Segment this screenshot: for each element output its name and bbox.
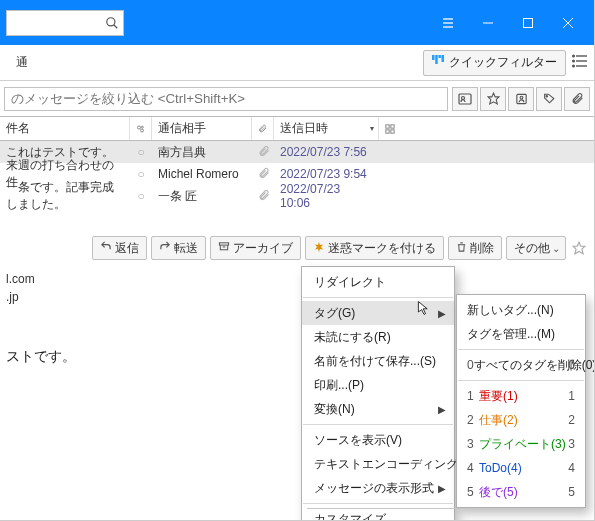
reply-button[interactable]: 返信 [92,236,147,260]
tag-menu-item[interactable]: 2仕事(2)2 [457,408,585,432]
cell-attachment [252,145,274,160]
delete-button[interactable]: 削除 [448,236,502,260]
filter-icons [452,87,590,111]
junk-button[interactable]: 迷惑マークを付ける [305,236,444,260]
tab-toolbar: 通 クイックフィルター [0,45,594,81]
svg-rect-19 [459,94,471,104]
minimize-button[interactable] [468,3,508,43]
search-input[interactable] [11,15,105,31]
svg-rect-28 [386,124,389,127]
trash-icon [456,241,467,256]
tag-menu-item[interactable]: 1重要(1)1 [457,384,585,408]
filter-star-button[interactable] [480,87,506,111]
menu-item-label: 後で(5) [479,484,518,501]
menu-item-label: タグ(G) [314,305,355,322]
forward-icon [159,241,171,255]
filter-addrbook-button[interactable] [508,87,534,111]
cell-from: 一条 匠 [152,188,252,205]
tag-menu-item[interactable]: 4ToDo(4)4 [457,456,585,480]
shortcut-key: 2 [568,413,575,427]
submenu-arrow-icon: ▶ [438,404,446,415]
other-button[interactable]: その他 ⌄ [506,236,566,260]
col-date[interactable]: 送信日時 [274,117,379,140]
tag-num: 5 [467,485,479,499]
cell-date: 2022/07/23 7:56 [274,145,379,159]
menu-item-label: メッセージの表示形式 [314,480,434,497]
tag-menu-item[interactable]: 新しいタグ...(N) [457,298,585,322]
tag-menu-item[interactable]: 5後で(5)5 [457,480,585,504]
menu-item[interactable]: メッセージの表示形式▶ [302,476,454,500]
menu-separator [458,349,584,350]
column-headers: 件名 通信相手 送信日時 [0,117,594,141]
svg-point-26 [141,129,144,132]
menu-item[interactable]: リダイレクト [302,270,454,294]
menu-item-label: 重要(1) [479,388,518,405]
message-preview: l.com .jp ストです。 [0,268,200,366]
search-icon [105,16,119,30]
shortcut-key: 0 [568,358,575,372]
menu-item-label: タグを管理...(M) [467,326,555,343]
shortcut-key: 1 [568,389,575,403]
other-label: その他 [514,240,550,257]
menu-separator [303,424,453,425]
col-from[interactable]: 通信相手 [152,117,252,140]
svg-marker-21 [488,93,499,104]
menu-item[interactable]: ソースを表示(V) [302,428,454,452]
menu-item[interactable]: 変換(N)▶ [302,397,454,421]
menu-item-label: カスタマイズ... [314,511,396,522]
svg-point-23 [520,96,523,99]
list-menu-icon[interactable] [572,54,588,71]
menu-item[interactable]: カスタマイズ... [302,507,454,521]
forward-button[interactable]: 転送 [151,236,206,260]
search-box[interactable] [6,10,124,36]
svg-rect-11 [438,55,441,58]
svg-rect-10 [435,55,438,64]
svg-point-0 [107,17,115,25]
tag-num: 0 [467,358,474,372]
cell-subject: 一条です。記事完成しました。 [0,179,130,213]
hamburger-button[interactable] [428,3,468,43]
from-address-partial: l.com [6,272,194,286]
archive-button[interactable]: アーカイブ [210,236,301,260]
menu-item[interactable]: 未読にする(R) [302,325,454,349]
tag-menu-item[interactable]: 0すべてのタグを削除(0)0 [457,353,585,377]
col-attach-icon[interactable] [252,117,274,140]
svg-rect-12 [442,55,445,62]
message-row[interactable]: 一条です。記事完成しました。○一条 匠2022/07/23 10:06 [0,185,594,207]
col-subject[interactable]: 件名 [0,117,130,140]
reply-label: 返信 [115,240,139,257]
col-picker-icon[interactable] [379,123,401,135]
window: 通 クイックフィルター 件名 通信相手 送信日時 これはテストです。○南方昌 [0,0,595,521]
menu-separator [458,380,584,381]
cell-attachment [252,189,274,204]
tag-num: 4 [467,461,479,475]
filter-tag-button[interactable] [536,87,562,111]
col-spam-icon[interactable] [130,117,152,140]
filter-input[interactable] [4,87,448,111]
svg-point-27 [141,126,143,128]
svg-marker-34 [573,242,585,254]
maximize-button[interactable] [508,3,548,43]
mouse-cursor-icon [416,300,432,319]
menu-item-label: すべてのタグを削除(0) [474,357,595,374]
menu-item[interactable]: 名前を付けて保存...(S) [302,349,454,373]
star-toggle[interactable] [570,236,588,260]
menu-item[interactable]: テキストエンコーディングを修復 [302,452,454,476]
tag-num: 3 [467,437,479,451]
quick-filter-button[interactable]: クイックフィルター [423,50,566,76]
menu-item[interactable]: 印刷...(P) [302,373,454,397]
tab-label: 通 [6,54,38,71]
filter-contacts-button[interactable] [452,87,478,111]
cell-spam[interactable]: ○ [130,189,152,203]
menu-item-label: ソースを表示(V) [314,432,402,449]
submenu-arrow-icon: ▶ [438,483,446,494]
svg-point-17 [573,60,575,62]
cell-spam[interactable]: ○ [130,145,152,159]
tag-menu-item[interactable]: タグを管理...(M) [457,322,585,346]
filter-attachment-button[interactable] [564,87,590,111]
close-button[interactable] [548,3,588,43]
submenu-arrow-icon: ▶ [438,308,446,319]
tag-menu-item[interactable]: 3プライベート(3)3 [457,432,585,456]
cell-spam[interactable]: ○ [130,167,152,181]
menu-item-label: 変換(N) [314,401,355,418]
